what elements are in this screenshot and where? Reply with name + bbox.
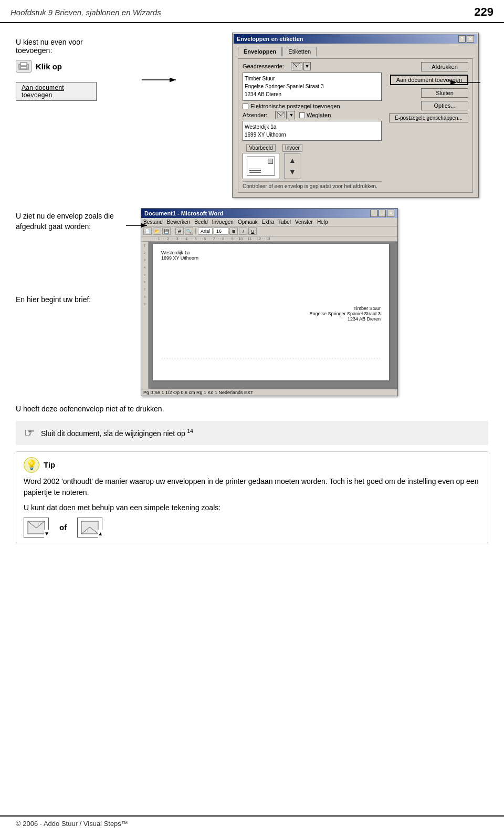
- page-spacer: [161, 269, 381, 301]
- voorbeeld-label: Voorbeeld: [246, 144, 275, 152]
- toolbar-preview[interactable]: 🔍: [185, 228, 193, 235]
- menu-tabel[interactable]: Tabel: [278, 219, 291, 225]
- dialog-help-button[interactable]: ?: [458, 35, 466, 43]
- menu-bewerken[interactable]: Bewerken: [167, 219, 190, 225]
- afzender-row: Afzender: ▼ Weglaten: [243, 111, 382, 119]
- dialog-btn-col: Afdrukken Aan document toevoegen Sluiten…: [389, 62, 468, 189]
- page-content: U kiest nu even voor toevoegen: Klik op …: [0, 23, 504, 558]
- klik-op-label: Klik op: [36, 62, 62, 71]
- dialog-left: Geadresseerde: ▼ Timber Stuur: [243, 62, 382, 189]
- toolbar-bold[interactable]: B: [229, 228, 238, 235]
- geadresseerde-row: Geadresseerde: ▼: [243, 62, 382, 70]
- afzender-line1: Westerdijk 1a: [245, 123, 380, 131]
- invoer-label: Invoer: [282, 144, 302, 152]
- sluiten-button[interactable]: Sluiten: [421, 88, 468, 98]
- instruction-superscript: 14: [187, 428, 193, 434]
- page-content-area: [161, 327, 381, 358]
- env2-arrow: ▲: [98, 530, 103, 538]
- geadresseerde-icon[interactable]: [291, 62, 302, 70]
- toolbar-print[interactable]: 🖨: [175, 228, 184, 235]
- geadresseerde-dropdown[interactable]: ▼: [303, 62, 311, 70]
- dialog-note: Controleer of een envelop is geplaatst v…: [243, 181, 382, 189]
- btn-aan-doc-illustration: Aan document toevoegen: [16, 78, 97, 101]
- aan-document-dialog-button[interactable]: Aan document toevoegen: [390, 75, 468, 85]
- geadresseerde-label: Geadresseerde:: [243, 63, 290, 69]
- word-toolbar: 📄 📂 💾 🖨 🔍 Arial 16 B I U: [141, 226, 397, 236]
- aan-document-button[interactable]: Aan document toevoegen: [16, 82, 97, 101]
- dialog-main-row: Geadresseerde: ▼ Timber Stuur: [243, 62, 468, 189]
- word-body: 123456789 Westerdijk 1a 1699 XY Uithoorn…: [141, 242, 397, 389]
- intro-text1: U kiest nu even voor toevoegen:: [16, 38, 97, 55]
- tip-text2: U kunt dat doen met behulp van een simpe…: [24, 502, 480, 513]
- checkbox-elektronisch[interactable]: [243, 104, 248, 109]
- dialog-buttons: ? ✕: [458, 35, 474, 43]
- sender-line2: 1699 XY Uithoorn: [161, 255, 381, 261]
- oefenenvelop-text: U hoeft deze oefenenvelop niet af te dru…: [16, 404, 488, 415]
- tab-enveloppen[interactable]: Enveloppen: [238, 47, 282, 56]
- section2-block: U ziet nu de envelop zoals die afgedrukt…: [16, 208, 488, 396]
- epost-button[interactable]: E-postzegeleigenschappen...: [389, 113, 468, 122]
- preview-area: Voorbeeld: [243, 144, 382, 179]
- menu-extra[interactable]: Extra: [262, 219, 274, 225]
- afdrukken-button[interactable]: Afdrukken: [421, 62, 468, 71]
- section2-text1: U ziet nu de envelop zoals die afgedrukt…: [16, 211, 131, 232]
- menu-venster[interactable]: Venster: [295, 219, 313, 225]
- word-minimize-btn[interactable]: _: [370, 210, 377, 217]
- tab-etiketten[interactable]: Etiketten: [282, 47, 317, 56]
- dialog-enveloppen: Enveloppen en etiketten ? ✕ Enveloppen E…: [232, 33, 479, 198]
- checkbox-elektronisch-row: Elektronische postzegel toevoegen: [243, 103, 382, 109]
- copyright-text: © 2006 - Addo Stuur / Visual Steps™: [16, 820, 128, 828]
- menu-bestand[interactable]: Bestand: [143, 219, 163, 225]
- envelope-icon-2: ▲: [77, 518, 102, 538]
- afzender-dropdown[interactable]: ▼: [288, 111, 295, 119]
- tip-header: 💡 Tip: [24, 457, 480, 473]
- dialog-close-button[interactable]: ✕: [467, 35, 474, 43]
- dialog-tabs: Enveloppen Etiketten: [238, 47, 473, 56]
- dialog-title: Enveloppen en etiketten: [237, 36, 303, 42]
- afzender-line2: 1699 XY Uithoorn: [245, 131, 380, 139]
- sender-line1: Westerdijk 1a: [161, 250, 381, 255]
- word-maximize-btn[interactable]: □: [379, 210, 386, 217]
- recipient-textarea[interactable]: Timber Stuur Engelse Springer Spaniel St…: [243, 73, 382, 101]
- word-recipient: Timber Stuur Engelse Springer Spaniel St…: [161, 306, 381, 322]
- page-footer: © 2006 - Addo Stuur / Visual Steps™: [0, 815, 504, 828]
- of-text: of: [59, 521, 67, 534]
- invoer-arrow-up: ▲: [289, 156, 296, 164]
- checkbox-weglaten[interactable]: [299, 112, 305, 118]
- env-line1: [249, 169, 261, 170]
- icons-row: ▼ of ▲: [24, 518, 480, 538]
- menu-help[interactable]: Help: [317, 219, 328, 225]
- menu-opmaak[interactable]: Opmaak: [238, 219, 258, 225]
- toolbar-new[interactable]: 📄: [143, 228, 152, 235]
- menu-invoegen[interactable]: Invoegen: [212, 219, 234, 225]
- toolbar-underline[interactable]: U: [248, 228, 257, 235]
- toolbar-italic[interactable]: I: [239, 228, 247, 235]
- afzender-textarea[interactable]: Westerdijk 1a 1699 XY Uithoorn: [243, 121, 382, 141]
- afzender-icon[interactable]: [275, 111, 287, 119]
- word-close-btn[interactable]: ✕: [387, 210, 394, 217]
- dialog-body: Enveloppen Etiketten Geadresseerde:: [234, 44, 477, 196]
- menu-beeld[interactable]: Beeld: [194, 219, 208, 225]
- recipient-line2: Engelse Springer Spaniel Straat 3: [161, 311, 381, 316]
- opties-button[interactable]: Opties...: [421, 101, 468, 110]
- preview-envelope: [247, 157, 275, 175]
- word-page: Westerdijk 1a 1699 XY Uithoorn Timber St…: [153, 244, 389, 380]
- envelope-icon-1: ▼: [24, 518, 49, 538]
- svg-rect-2: [20, 67, 27, 69]
- afzender-label: Afzender:: [243, 112, 274, 118]
- toolbar-save[interactable]: 💾: [162, 228, 171, 235]
- recipient-line1: Timber Stuur: [245, 75, 380, 82]
- word-sender: Westerdijk 1a 1699 XY Uithoorn: [161, 250, 381, 261]
- section1-block: U kiest nu even voor toevoegen: Klik op …: [16, 33, 488, 198]
- instruction-text: Sluit dit document, sla de wijzigingen n…: [41, 428, 193, 438]
- font-dropdown[interactable]: Arial: [198, 228, 213, 235]
- toolbar-sep2: [195, 228, 196, 234]
- tip-box: 💡 Tip Word 2002 'onthoudt' de manier waa…: [16, 451, 488, 543]
- word-titlebar: Document1 - Microsoft Word _ □ ✕: [141, 209, 397, 218]
- toolbar-open[interactable]: 📂: [153, 228, 161, 235]
- dialog-screenshot: Enveloppen en etiketten ? ✕ Enveloppen E…: [232, 33, 479, 198]
- klik-op-row: Klik op: [16, 60, 97, 73]
- size-dropdown[interactable]: 16: [214, 228, 228, 235]
- checkbox-elektronisch-label: Elektronische postzegel toevoegen: [250, 103, 340, 109]
- recipient-line1: Timber Stuur: [161, 306, 381, 311]
